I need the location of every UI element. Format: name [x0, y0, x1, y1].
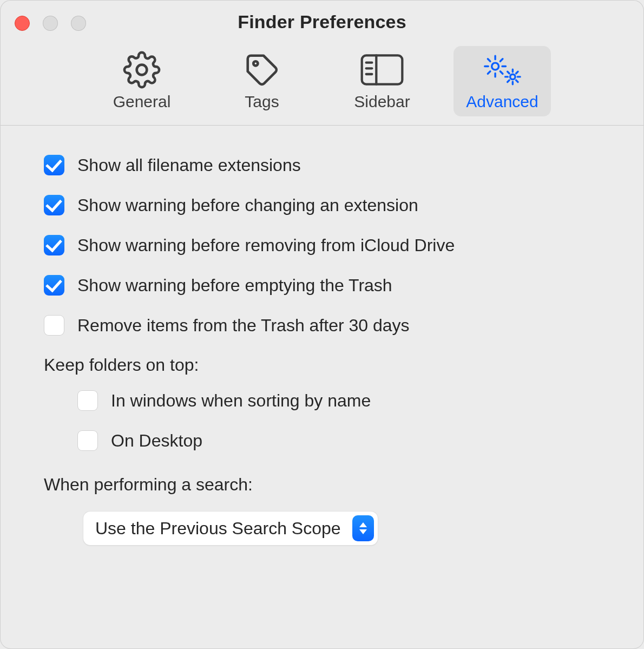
select-value: Use the Previous Search Scope: [95, 519, 341, 539]
tag-icon: [243, 51, 281, 88]
svg-point-7: [492, 63, 499, 70]
tab-label: General: [113, 93, 171, 111]
gears-icon: [479, 51, 525, 88]
gear-icon: [123, 51, 161, 88]
window-title: Finder Preferences: [1, 11, 643, 32]
select-stepper-icon: [352, 515, 374, 541]
tab-general[interactable]: General: [93, 46, 190, 116]
checkbox-show-extensions[interactable]: [44, 155, 64, 175]
option-label: In windows when sorting by name: [111, 391, 371, 411]
svg-point-0: [137, 65, 147, 75]
option-label: Show warning before changing an extensio…: [77, 195, 418, 215]
finder-preferences-window: Finder Preferences General Tags: [0, 0, 644, 649]
checkbox-keep-folders-desktop[interactable]: [77, 430, 98, 451]
content: Show all filename extensions Show warnin…: [1, 126, 643, 567]
svg-point-8: [510, 74, 515, 79]
option-label: On Desktop: [111, 431, 202, 451]
option-keep-folders-desktop: On Desktop: [44, 430, 600, 451]
traffic-lights: [15, 16, 86, 31]
tab-advanced[interactable]: Advanced: [454, 46, 551, 116]
option-warn-empty-trash: Show warning before emptying the Trash: [44, 275, 600, 296]
tab-label: Sidebar: [354, 93, 410, 111]
tab-tags[interactable]: Tags: [213, 46, 311, 116]
checkbox-warn-change-ext[interactable]: [44, 195, 64, 215]
checkbox-warn-icloud-remove[interactable]: [44, 235, 64, 255]
titlebar: Finder Preferences: [1, 1, 643, 43]
option-remove-after-30: Remove items from the Trash after 30 day…: [44, 315, 600, 336]
search-scope-select[interactable]: Use the Previous Search Scope: [83, 511, 378, 546]
option-warn-change-ext: Show warning before changing an extensio…: [44, 195, 600, 215]
svg-point-1: [253, 61, 258, 65]
keep-folders-heading: Keep folders on top:: [44, 355, 600, 375]
option-label: Show warning before emptying the Trash: [77, 276, 392, 296]
chevron-down-icon: [359, 529, 367, 534]
option-label: Remove items from the Trash after 30 day…: [77, 316, 410, 336]
svg-rect-2: [362, 55, 403, 84]
checkbox-keep-folders-windows[interactable]: [77, 390, 98, 411]
sidebar-icon: [360, 51, 404, 88]
tab-label: Advanced: [466, 93, 538, 111]
option-warn-icloud-remove: Show warning before removing from iCloud…: [44, 235, 600, 255]
checkbox-warn-empty-trash[interactable]: [44, 275, 64, 296]
tab-sidebar[interactable]: Sidebar: [333, 46, 431, 116]
zoom-window-button[interactable]: [71, 16, 86, 31]
chevron-up-icon: [359, 522, 367, 527]
option-label: Show warning before removing from iCloud…: [77, 235, 455, 255]
close-window-button[interactable]: [15, 16, 30, 31]
minimize-window-button[interactable]: [43, 16, 58, 31]
tab-label: Tags: [245, 93, 279, 111]
toolbar: General Tags Sidebar: [1, 43, 643, 126]
option-show-extensions: Show all filename extensions: [44, 155, 600, 175]
checkbox-remove-after-30[interactable]: [44, 315, 64, 336]
option-label: Show all filename extensions: [77, 155, 301, 175]
option-keep-folders-windows: In windows when sorting by name: [44, 390, 600, 411]
search-heading: When performing a search:: [44, 475, 600, 495]
